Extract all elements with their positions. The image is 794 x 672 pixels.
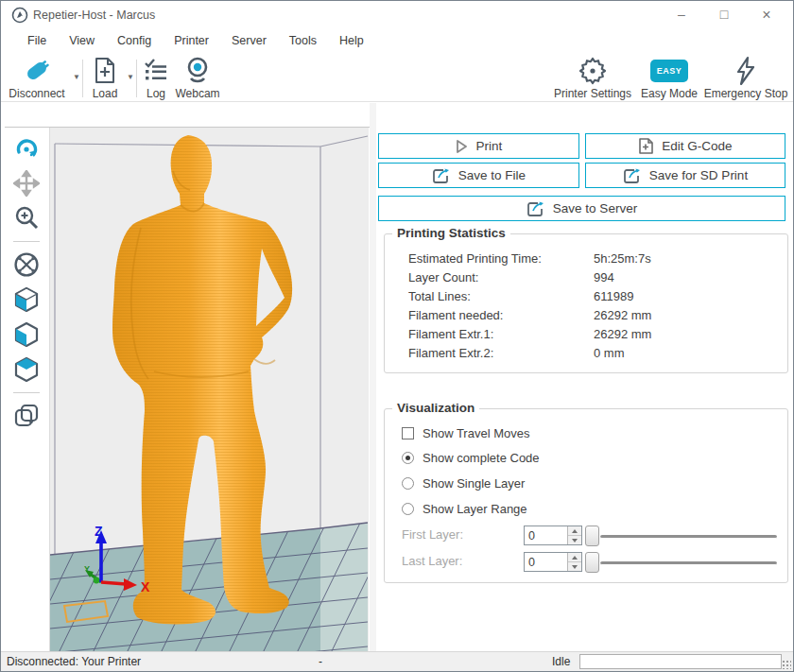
group-title: Visualization xyxy=(392,401,479,415)
stat-value: 994 xyxy=(594,270,614,284)
first-layer-slider-thumb[interactable] xyxy=(585,526,599,546)
stat-value: 0 mm xyxy=(594,346,625,360)
lightning-bolt-icon xyxy=(702,56,789,86)
close-button[interactable]: × xyxy=(751,1,783,28)
projection-button[interactable] xyxy=(11,401,42,431)
radio-label[interactable]: Show Single Layer xyxy=(423,476,525,491)
left-panel: Z X Y xyxy=(5,103,370,651)
last-layer-label: Last Layer: xyxy=(402,554,462,568)
stat-value: 611989 xyxy=(594,289,633,303)
radio-label[interactable]: Show complete Code xyxy=(423,451,540,465)
show-complete-code-radio[interactable] xyxy=(402,452,414,464)
app-logo-icon xyxy=(11,7,28,24)
printing-statistics-group: Printing Statistics Estimated Printing T… xyxy=(384,233,788,373)
webcam-button[interactable]: Webcam xyxy=(173,56,222,100)
gear-icon xyxy=(551,56,634,86)
menu-file[interactable]: File xyxy=(16,31,58,50)
title-bar[interactable]: Repetier-Host - Marcus – □ × xyxy=(1,1,793,29)
magnifier-plus-icon xyxy=(13,205,40,232)
export-icon xyxy=(526,200,544,216)
visualization-group: Visualization Show Travel Moves Show com… xyxy=(384,408,788,583)
axis-x-label: X xyxy=(141,579,150,594)
menu-config[interactable]: Config xyxy=(106,31,163,50)
menu-printer[interactable]: Printer xyxy=(163,31,220,50)
play-icon xyxy=(456,140,468,153)
show-layer-range-radio[interactable] xyxy=(402,503,414,515)
save-to-file-button[interactable]: Save to File xyxy=(378,163,579,188)
stat-value: 26292 mm xyxy=(594,327,651,341)
spin-up-button[interactable] xyxy=(568,553,581,562)
menu-server[interactable]: Server xyxy=(220,31,278,50)
view-toolbar-separator xyxy=(13,392,40,393)
rotate-view-button[interactable] xyxy=(11,133,42,164)
first-layer-slider[interactable] xyxy=(600,535,777,539)
print-button[interactable]: Print xyxy=(378,133,579,159)
viewport-3d[interactable]: Z X Y xyxy=(5,127,370,651)
axis-y-label: Y xyxy=(84,564,90,574)
zoom-view-button[interactable] xyxy=(11,203,42,233)
move-view-button[interactable] xyxy=(11,168,42,198)
emergency-stop-button[interactable]: Emergency Stop xyxy=(702,56,789,100)
maximize-button[interactable]: □ xyxy=(708,1,740,28)
stat-value: 5h:25m:7s xyxy=(594,251,651,266)
stat-label: Total Lines: xyxy=(408,289,471,303)
menu-tools[interactable]: Tools xyxy=(278,31,328,50)
last-layer-slider-thumb[interactable] xyxy=(585,552,599,573)
spin-up-button[interactable] xyxy=(568,526,581,536)
spin-down-button[interactable] xyxy=(568,562,581,571)
top-view-button[interactable] xyxy=(11,354,42,385)
scene-3d: Z X Y xyxy=(50,128,370,651)
plug-icon xyxy=(5,56,69,86)
load-dropdown-arrow[interactable]: ▼ xyxy=(127,73,134,81)
load-button[interactable]: Load xyxy=(86,56,124,100)
view-toolbar-separator xyxy=(13,241,40,242)
menu-view[interactable]: View xyxy=(58,31,106,50)
export-icon xyxy=(623,167,641,183)
connection-status: Disconnected: Your Printer xyxy=(7,655,141,668)
fit-view-button[interactable] xyxy=(11,250,42,280)
easy-mode-button[interactable]: EASY Easy Mode xyxy=(640,56,699,100)
disconnect-dropdown-arrow[interactable]: ▼ xyxy=(73,73,80,81)
toolbar-separator xyxy=(82,60,83,97)
app-window: Repetier-Host - Marcus – □ × File View C… xyxy=(0,0,794,672)
panel-splitter[interactable] xyxy=(370,103,376,651)
save-for-sd-button[interactable]: Save for SD Print xyxy=(585,163,785,188)
checkbox-label[interactable]: Show Travel Moves xyxy=(423,426,529,440)
front-view-button[interactable] xyxy=(11,319,42,350)
last-layer-slider[interactable] xyxy=(600,561,777,565)
log-button[interactable]: Log xyxy=(139,56,173,100)
file-plus-icon xyxy=(638,138,653,154)
isometric-view-button[interactable] xyxy=(11,284,42,315)
rotate-icon xyxy=(13,135,40,162)
show-single-layer-radio[interactable] xyxy=(402,477,414,490)
minimize-button[interactable]: – xyxy=(665,1,698,28)
stat-value: 26292 mm xyxy=(594,308,651,322)
radio-label[interactable]: Show Layer Range xyxy=(423,502,527,516)
render-canvas[interactable]: Z X Y xyxy=(49,128,369,651)
save-to-server-button[interactable]: Save to Server xyxy=(378,196,785,221)
status-center: - xyxy=(319,655,322,668)
cube-front-icon xyxy=(13,321,40,348)
parallel-projection-icon xyxy=(13,403,40,429)
resize-grip[interactable] xyxy=(782,660,791,669)
cube-iso-icon xyxy=(13,286,40,313)
first-layer-spinner[interactable]: 0 xyxy=(524,526,582,545)
printer-settings-button[interactable]: Printer Settings xyxy=(551,56,634,100)
status-bar: Disconnected: Your Printer - Idle xyxy=(1,651,793,671)
last-layer-spinner[interactable]: 0 xyxy=(524,552,582,572)
file-plus-icon xyxy=(86,56,124,86)
axis-z-label: Z xyxy=(95,524,103,539)
view-toolbar xyxy=(5,128,48,651)
edit-gcode-button[interactable]: Edit G-Code xyxy=(585,133,785,159)
show-travel-moves-checkbox[interactable] xyxy=(402,427,414,439)
menu-help[interactable]: Help xyxy=(328,31,375,50)
stat-label: Estimated Printing Time: xyxy=(408,251,542,266)
spin-down-button[interactable] xyxy=(568,536,581,544)
export-icon xyxy=(432,167,450,183)
fit-arrows-icon xyxy=(13,251,40,278)
disconnect-button[interactable]: Disconnect xyxy=(5,56,69,100)
easy-badge: EASY xyxy=(650,60,688,82)
menu-bar: File View Config Printer Server Tools He… xyxy=(1,29,793,52)
toolbar-separator xyxy=(136,60,137,97)
first-layer-label: First Layer: xyxy=(402,527,463,542)
